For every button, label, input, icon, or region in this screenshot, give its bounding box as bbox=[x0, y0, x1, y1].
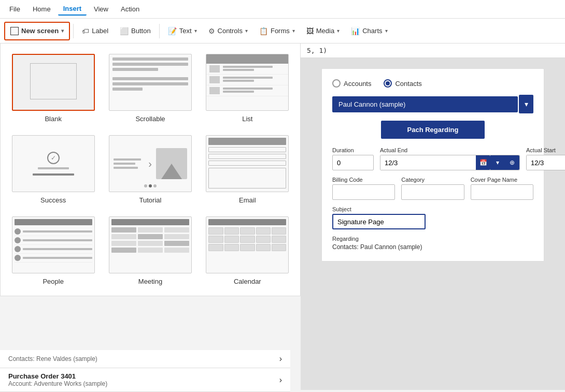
screen-item-email[interactable]: Email bbox=[203, 133, 292, 206]
success-thumb: ✓ bbox=[12, 135, 95, 192]
scroll-line-1 bbox=[112, 57, 188, 61]
email-header-bar bbox=[208, 138, 286, 145]
actual-end-label: Actual End bbox=[380, 147, 520, 153]
actual-end-expand-icon[interactable]: ⊕ bbox=[505, 155, 519, 170]
cover-page-input[interactable] bbox=[471, 184, 533, 200]
scroll-line-3 bbox=[112, 68, 158, 71]
media-button[interactable]: 🖼 Media ▾ bbox=[301, 22, 345, 40]
list-line-f bbox=[223, 91, 254, 93]
category-label: Category bbox=[401, 177, 464, 183]
radio-contacts[interactable]: Contacts bbox=[384, 79, 421, 88]
list-line-d bbox=[223, 80, 254, 82]
radio-contacts-label: Contacts bbox=[395, 80, 421, 88]
formula-text: 5, 1) bbox=[307, 47, 327, 54]
screen-item-list[interactable]: List bbox=[203, 52, 292, 125]
list-item-purchase-order[interactable]: Purchase Order 3401 Account: Adventure W… bbox=[0, 368, 290, 392]
forms-button[interactable]: 📋 Forms ▾ bbox=[254, 22, 300, 40]
list-item-contacts-rene[interactable]: Contacts: Rene Valdes (sample) › bbox=[0, 350, 290, 368]
email-inner bbox=[206, 136, 288, 191]
list-item-sub-1: Contacts: Rene Valdes (sample) bbox=[8, 355, 279, 362]
separator-1 bbox=[73, 24, 74, 38]
people-thumb bbox=[12, 216, 95, 273]
actual-end-input-group: 📅 ▾ ⊕ bbox=[380, 155, 520, 170]
forms-icon: 📋 bbox=[259, 27, 268, 35]
meeting-header-bar bbox=[111, 219, 189, 225]
charts-button[interactable]: 📊 Charts ▾ bbox=[346, 22, 392, 40]
regarding-label: Regarding bbox=[332, 236, 533, 242]
screen-item-success[interactable]: ✓ Success bbox=[9, 133, 97, 206]
controls-button[interactable]: ⚙ Controls ▾ bbox=[203, 22, 253, 40]
screen-item-meeting[interactable]: Meeting bbox=[106, 214, 194, 287]
list-text-3 bbox=[223, 88, 285, 94]
cal-cell-7 bbox=[224, 236, 239, 243]
blank-thumb bbox=[12, 54, 95, 111]
cal-cell-11 bbox=[208, 244, 223, 251]
label-button[interactable]: 🏷 Label bbox=[77, 22, 114, 40]
new-screen-label: New screen bbox=[21, 27, 59, 35]
meeting-thumb bbox=[109, 216, 192, 273]
subject-input[interactable] bbox=[332, 214, 426, 229]
tut-line-2 bbox=[114, 163, 135, 165]
subject-label: Subject bbox=[332, 206, 533, 212]
actual-start-input-group: 📅 ▾ ⊕ bbox=[526, 155, 565, 170]
select-field[interactable]: Paul Cannon (sample) bbox=[332, 96, 518, 112]
cal-cell-8 bbox=[240, 236, 255, 243]
button-button[interactable]: ⬜ Button bbox=[115, 22, 156, 40]
regarding-value: Contacts: Paul Cannon (sample) bbox=[332, 243, 533, 251]
screen-item-people[interactable]: People bbox=[9, 214, 97, 287]
dot-1 bbox=[144, 184, 147, 187]
meeting-cell-10 bbox=[111, 248, 136, 253]
select-chevron-icon[interactable]: ▾ bbox=[519, 95, 533, 113]
actual-start-input[interactable] bbox=[527, 155, 565, 170]
screen-item-scrollable[interactable]: Scrollable bbox=[106, 52, 194, 125]
people-text-2 bbox=[23, 239, 92, 241]
list-line-a bbox=[223, 66, 273, 68]
text-button[interactable]: 📝 Text ▾ bbox=[163, 22, 202, 40]
people-text-4 bbox=[23, 257, 92, 259]
menu-insert[interactable]: Insert bbox=[58, 3, 87, 16]
actual-end-calendar-icon[interactable]: 📅 bbox=[476, 155, 490, 170]
charts-icon: 📊 bbox=[351, 27, 360, 35]
menu-home[interactable]: Home bbox=[27, 3, 56, 15]
screen-item-tutorial[interactable]: › Tutorial bbox=[106, 133, 194, 206]
new-screen-button[interactable]: New screen ▾ bbox=[4, 22, 70, 40]
screen-item-calendar[interactable]: Calendar bbox=[203, 214, 292, 287]
pach-regarding-button[interactable]: Pach Regarding bbox=[381, 121, 485, 139]
menu-view[interactable]: View bbox=[89, 3, 114, 15]
media-chevron-icon: ▾ bbox=[337, 28, 340, 34]
menu-file[interactable]: File bbox=[4, 3, 25, 15]
controls-chevron-icon: ▾ bbox=[245, 28, 248, 34]
menu-action[interactable]: Action bbox=[116, 3, 145, 15]
meeting-cell-6 bbox=[164, 234, 189, 239]
actual-end-input[interactable] bbox=[380, 155, 476, 170]
people-row-2 bbox=[15, 236, 92, 245]
radio-accounts[interactable]: Accounts bbox=[332, 79, 371, 88]
billing-code-input[interactable] bbox=[332, 184, 395, 200]
list-thumb bbox=[206, 54, 289, 111]
billing-code-field: Billing Code bbox=[332, 177, 395, 200]
list-item-sub-2: Account: Adventure Works (sample) bbox=[8, 380, 279, 387]
meeting-cell-12 bbox=[164, 248, 189, 253]
cal-cell-13 bbox=[240, 244, 255, 251]
scroll-line-2 bbox=[112, 63, 188, 66]
duration-input[interactable] bbox=[332, 155, 374, 170]
people-text-3 bbox=[23, 248, 92, 250]
success-label: Success bbox=[40, 196, 66, 204]
list-line-b bbox=[223, 69, 254, 71]
people-label: People bbox=[43, 278, 63, 285]
tutorial-label: Tutorial bbox=[139, 196, 162, 204]
people-text-1 bbox=[23, 230, 92, 233]
screen-item-blank[interactable]: Blank bbox=[9, 52, 97, 125]
category-input[interactable] bbox=[401, 184, 464, 200]
text-icon: 📝 bbox=[168, 27, 177, 35]
list-icon-2 bbox=[209, 76, 220, 83]
list-line-e bbox=[223, 88, 273, 90]
separator-2 bbox=[159, 24, 160, 38]
meeting-cell-4 bbox=[111, 234, 136, 239]
text-chevron-icon: ▾ bbox=[194, 28, 197, 34]
actual-end-chevron-icon[interactable]: ▾ bbox=[490, 155, 505, 170]
tutorial-image bbox=[156, 148, 187, 179]
list-row-3 bbox=[206, 85, 288, 96]
cal-cell-5 bbox=[272, 227, 286, 235]
tut-line-3 bbox=[114, 167, 138, 169]
